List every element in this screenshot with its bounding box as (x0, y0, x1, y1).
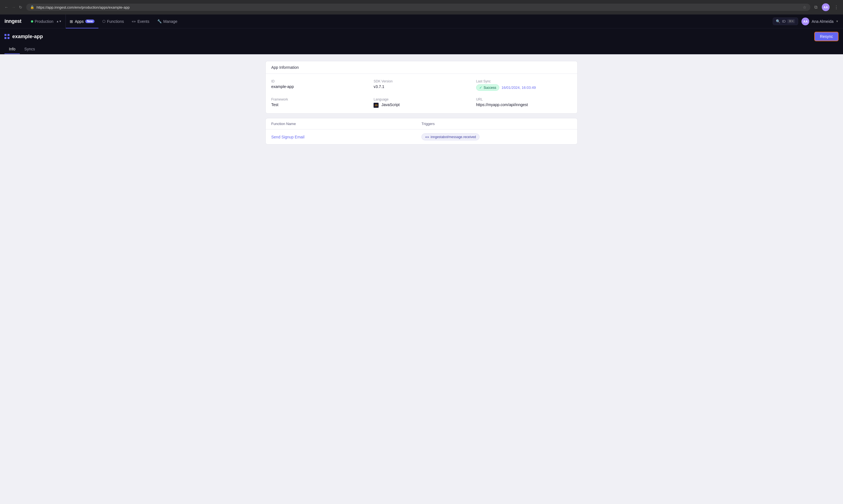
nav-item-events[interactable]: «» Events (128, 15, 153, 29)
page-tabs: Info Syncs (4, 44, 839, 54)
nav-right: 🔍 ID ⌘K AA Ana Almeida ▼ (773, 18, 839, 25)
functions-card: Function Name Triggers Send Signup Email… (265, 118, 578, 145)
sync-timestamp: 16/01/2024, 16:03:49 (501, 86, 536, 90)
apps-new-badge: New (85, 19, 94, 23)
functions-icon: ⬡ (102, 19, 105, 23)
user-name: Ana Almeida (811, 19, 833, 24)
field-sdk-value: v3.7.1 (374, 84, 469, 89)
field-language: Language JS JavaScript (374, 97, 469, 108)
apps-grid-icon: ⊞ (70, 19, 73, 24)
function-name-cell: Send Signup Email (271, 134, 422, 140)
url-text: https://app.inngest.com/env/production/a… (36, 5, 801, 10)
grid-dot-1 (4, 34, 6, 36)
events-icon: «» (132, 19, 136, 23)
user-avatar: AA (802, 18, 809, 25)
forward-button[interactable]: → (11, 4, 17, 11)
resync-button[interactable]: Resync (814, 32, 839, 41)
extensions-button[interactable]: ⧉ (813, 4, 819, 11)
language-text: JavaScript (381, 103, 399, 107)
manage-icon: 🔧 (157, 19, 162, 23)
keyboard-shortcut: ⌘K (787, 19, 795, 23)
id-search-label: ID (782, 19, 786, 23)
page-header: example-app Resync Info Syncs (0, 29, 843, 54)
field-last-sync: Last Sync ✓ Success 16/01/2024, 16:03:49 (476, 79, 572, 91)
function-link[interactable]: Send Signup Email (271, 135, 305, 139)
env-chevron-icon: ▲▼ (56, 20, 62, 23)
user-chevron-icon: ▼ (836, 20, 839, 23)
app-info-header: App Information (266, 61, 577, 74)
column-header-name: Function Name (271, 122, 422, 126)
nav-item-events-label: Events (137, 19, 150, 24)
browser-avatar: AA (822, 3, 830, 11)
field-url-label: URL (476, 97, 572, 101)
tab-syncs[interactable]: Syncs (20, 44, 39, 54)
js-icon: JS (374, 103, 379, 108)
field-url-value: https://myapp.com/api/inngest (476, 103, 572, 107)
env-status-dot (31, 20, 33, 22)
field-language-label: Language (374, 97, 469, 101)
field-framework: Framework Test (271, 97, 367, 108)
table-row: Send Signup Email «» inngestabot/message… (266, 129, 577, 144)
field-sdk-version: SDK Version v3.7.1 (374, 79, 469, 91)
search-icon: 🔍 (776, 19, 780, 23)
menu-button[interactable]: ⋮ (833, 4, 840, 11)
checkmark-icon: ✓ (479, 86, 482, 90)
nav-item-apps-label: Apps (75, 19, 84, 24)
browser-actions: ⧉ AA ⋮ (813, 2, 840, 12)
address-bar[interactable]: 🔒 https://app.inngest.com/env/production… (26, 4, 810, 11)
grid-dot-4 (7, 37, 10, 39)
last-sync-row: ✓ Success 16/01/2024, 16:03:49 (476, 84, 572, 91)
env-selector[interactable]: Production ▲▼ (27, 15, 66, 29)
nav-item-functions-label: Functions (107, 19, 124, 24)
bookmark-icon: ☆ (803, 5, 807, 10)
main-content: App Information ID example-app SDK Versi… (0, 54, 843, 504)
nav-item-manage[interactable]: 🔧 Manage (153, 15, 182, 29)
success-label: Success (484, 86, 496, 90)
field-id-label: ID (271, 79, 367, 83)
app-navbar: inngest Production ▲▼ ⊞ Apps New ⬡ Funct… (0, 15, 843, 29)
reload-button[interactable]: ↻ (18, 4, 23, 11)
trigger-event-icon: «» (425, 135, 429, 139)
id-search-button[interactable]: 🔍 ID ⌘K (773, 18, 798, 25)
field-framework-label: Framework (271, 97, 367, 101)
page-header-top: example-app Resync (4, 32, 839, 41)
grid-dot-2 (7, 34, 10, 36)
nav-item-manage-label: Manage (164, 19, 177, 24)
browser-nav-buttons: ← → ↻ (3, 4, 23, 11)
lock-icon: 🔒 (30, 5, 34, 9)
field-id-value: example-app (271, 84, 367, 89)
tab-info-label: Info (9, 47, 15, 51)
nav-item-functions[interactable]: ⬡ Functions (98, 15, 128, 29)
env-name: Production (35, 19, 53, 24)
tab-syncs-label: Syncs (24, 47, 35, 51)
field-last-sync-label: Last Sync (476, 79, 572, 83)
app-info-card: App Information ID example-app SDK Versi… (265, 61, 578, 114)
app-info-grid: ID example-app SDK Version v3.7.1 Last S… (266, 74, 577, 113)
field-framework-value: Test (271, 103, 367, 107)
nav-items: ⊞ Apps New ⬡ Functions «» Events 🔧 Manag… (66, 15, 773, 29)
user-menu[interactable]: AA Ana Almeida ▼ (802, 18, 839, 25)
tab-info[interactable]: Info (4, 44, 20, 54)
page-title-area: example-app (4, 34, 43, 39)
nav-item-apps[interactable]: ⊞ Apps New (66, 15, 98, 29)
field-url: URL https://myapp.com/api/inngest (476, 97, 572, 108)
app-logo: inngest (4, 18, 21, 24)
user-initials: AA (804, 20, 808, 23)
back-button[interactable]: ← (3, 4, 10, 11)
field-sdk-label: SDK Version (374, 79, 469, 83)
profile-button[interactable]: AA (821, 2, 831, 12)
grid-dot-3 (4, 37, 6, 39)
column-header-triggers: Triggers (422, 122, 572, 126)
triggers-cell: «» inngestabot/message.received (422, 133, 572, 140)
field-id: ID example-app (271, 79, 367, 91)
success-badge: ✓ Success (476, 84, 499, 91)
browser-chrome: ← → ↻ 🔒 https://app.inngest.com/env/prod… (0, 0, 843, 15)
trigger-value: inngestabot/message.received (430, 135, 476, 139)
page-title: example-app (12, 34, 43, 39)
trigger-badge: «» inngestabot/message.received (422, 133, 480, 140)
field-language-value: JS JavaScript (374, 103, 469, 108)
app-grid-icon (4, 34, 10, 39)
table-header: Function Name Triggers (266, 118, 577, 129)
